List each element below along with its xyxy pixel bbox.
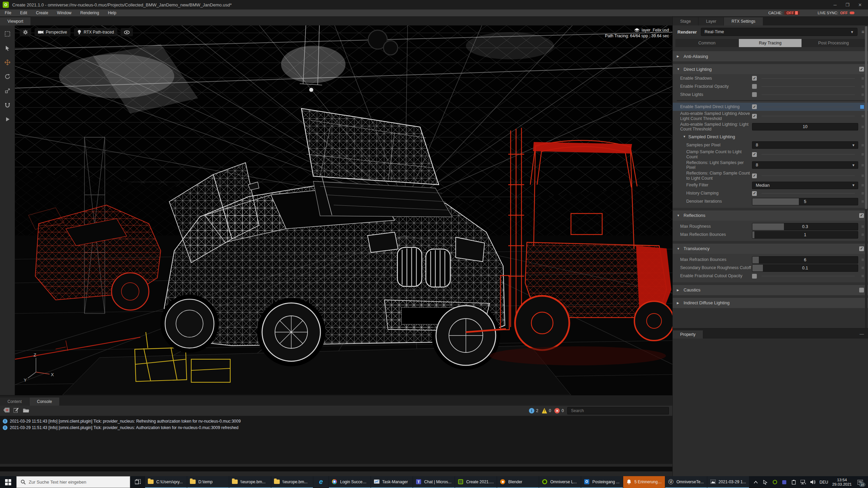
tab-rtx-settings[interactable]: RTX Settings: [724, 17, 763, 25]
notification-center-button[interactable]: 10: [856, 478, 865, 487]
viewport-settings-gear-icon[interactable]: [20, 28, 31, 36]
caustics-checkbox[interactable]: [859, 288, 864, 292]
play-button-icon[interactable]: [4, 116, 11, 123]
reset-dot[interactable]: [862, 153, 864, 156]
enable-fractional-cutout-checkbox[interactable]: [752, 274, 757, 279]
taskbar-search[interactable]: [16, 476, 130, 488]
panel-options-icon[interactable]: —: [860, 331, 868, 339]
taskbar-item-chrome[interactable]: Login Succes...: [329, 476, 371, 488]
reset-dot[interactable]: [862, 115, 864, 117]
reset-dot[interactable]: [862, 259, 864, 261]
section-anti-aliasing[interactable]: ▶ Anti-Aliasing: [673, 51, 868, 61]
tab-common[interactable]: Common: [675, 39, 739, 47]
taskbar-item-blender[interactable]: Blender: [497, 476, 539, 488]
reset-dot[interactable]: [862, 267, 864, 269]
task-view-button[interactable]: [130, 476, 145, 488]
tray-nvidia-icon[interactable]: [772, 480, 777, 485]
history-clamping-checkbox[interactable]: ✓: [752, 191, 757, 196]
reset-dot[interactable]: [862, 164, 864, 166]
taskbar-item-photo-viewer[interactable]: 2021-03-29 1...: [707, 476, 749, 488]
taskbar-item-internet-explorer[interactable]: e: [313, 476, 329, 488]
start-button[interactable]: [0, 476, 16, 488]
maximize-button[interactable]: ❐: [845, 2, 849, 7]
taskbar-item-teams[interactable]: T Chat | Micros...: [413, 476, 455, 488]
changed-indicator[interactable]: [860, 105, 864, 109]
taskbar-item-folder-temp[interactable]: D:\temp: [187, 476, 229, 488]
minimize-button[interactable]: ─: [833, 2, 836, 7]
reset-dot[interactable]: [862, 225, 864, 228]
tab-layer[interactable]: Layer: [698, 17, 724, 25]
enable-sampled-direct-checkbox[interactable]: ✓: [752, 104, 757, 109]
scale-tool-icon[interactable]: [4, 87, 11, 95]
direct-lighting-checkbox[interactable]: ✓: [859, 67, 864, 72]
volume-icon[interactable]: [810, 480, 815, 485]
reset-dot[interactable]: [862, 175, 864, 177]
open-log-folder-icon[interactable]: [23, 408, 29, 414]
tab-viewport[interactable]: Viewport: [0, 17, 31, 25]
section-indirect-diffuse[interactable]: ▶ Indirect Diffuse Lighting: [673, 298, 868, 308]
menu-window[interactable]: Window: [57, 11, 72, 15]
samples-per-pixel-dropdown[interactable]: 8 ▼: [752, 141, 858, 149]
language-indicator[interactable]: DEU: [820, 480, 828, 485]
reset-dot[interactable]: [862, 184, 864, 186]
console-scrollbar[interactable]: [0, 467, 672, 471]
taskbar-item-create[interactable]: Create 2021.1...: [455, 476, 497, 488]
info-count[interactable]: i 2: [529, 408, 538, 413]
tab-post-processing[interactable]: Post Processing: [802, 39, 865, 47]
tab-console[interactable]: Console: [29, 398, 60, 406]
section-direct-lighting[interactable]: ▼ Direct Lighting ✓: [673, 64, 868, 74]
renderer-dropdown[interactable]: Real-Time▼: [701, 28, 857, 36]
taskbar-item-reminder[interactable]: 5 Erinnerung(...: [623, 476, 665, 488]
clock[interactable]: 13:54 29.03.2021: [832, 478, 852, 487]
menu-rendering[interactable]: Rendering: [80, 11, 99, 15]
move-tool-icon[interactable]: [4, 59, 11, 66]
close-button[interactable]: ✕: [858, 2, 862, 7]
error-count[interactable]: ✕ 0: [554, 408, 564, 413]
reset-dot[interactable]: [862, 85, 864, 88]
section-reflections[interactable]: ▼ Reflections ✓: [673, 210, 868, 221]
reflections-samples-dropdown[interactable]: 8 ▼: [752, 161, 858, 169]
reset-dot[interactable]: [862, 126, 864, 128]
max-refraction-bounces-slider[interactable]: 6: [752, 256, 858, 264]
rotate-tool-icon[interactable]: [4, 73, 11, 80]
warning-count[interactable]: ! 0: [542, 408, 551, 413]
snap-tool-icon[interactable]: [4, 101, 11, 109]
taskbar-search-input[interactable]: [29, 480, 126, 485]
visibility-eye-icon[interactable]: [121, 28, 133, 36]
max-reflection-bounces-slider[interactable]: 1: [752, 231, 858, 239]
reset-dot[interactable]: [862, 192, 864, 195]
taskbar-item-folder-users[interactable]: C:\Users\qxy...: [145, 476, 187, 488]
secondary-bounce-roughness-slider[interactable]: 0.1: [752, 264, 858, 272]
settings-scrollbar[interactable]: [865, 25, 867, 328]
reset-dot[interactable]: [862, 233, 864, 236]
light-count-threshold-field[interactable]: 10: [752, 123, 858, 130]
section-translucency[interactable]: ▼ Translucency ✓: [673, 244, 868, 254]
live-sync-toggle[interactable]: OFF: [840, 11, 848, 15]
taskbar-item-folder-europe2[interactable]: \\europe.bm...: [271, 476, 313, 488]
reset-dot[interactable]: [862, 144, 864, 146]
denoiser-iterations-slider[interactable]: 5: [752, 198, 858, 205]
section-caustics[interactable]: ▶ Caustics: [673, 285, 868, 295]
tab-ray-tracing[interactable]: Ray Tracing: [739, 39, 802, 47]
console-log[interactable]: i 2021-03-29 11:51:43 [Info] [omni.clien…: [0, 416, 672, 464]
reset-dot[interactable]: [862, 200, 864, 203]
renderer-menu-icon[interactable]: ≡: [862, 29, 865, 35]
taskbar-item-task-manager[interactable]: Task-Manager: [371, 476, 413, 488]
taskbar-item-folder-europe1[interactable]: \\europe.bm...: [229, 476, 271, 488]
network-icon[interactable]: [801, 480, 806, 485]
subsection-sampled-direct-lighting[interactable]: Sampled Direct Lighting: [688, 134, 735, 139]
tray-cursor-icon[interactable]: [763, 480, 768, 485]
select-cursor-icon[interactable]: [4, 44, 11, 52]
reset-dot[interactable]: [862, 275, 864, 277]
tray-expand-chevron-icon[interactable]: [753, 480, 758, 485]
expand-arrow-icon[interactable]: ▼: [683, 135, 686, 138]
menu-edit[interactable]: Edit: [20, 11, 27, 15]
render-mode-dropdown[interactable]: RTX Path-traced: [74, 28, 117, 36]
reset-dot[interactable]: [862, 94, 864, 96]
show-lights-checkbox[interactable]: [752, 92, 757, 97]
auto-enable-above-checkbox[interactable]: ✓: [752, 114, 757, 119]
edit-log-icon[interactable]: [14, 408, 19, 414]
marquee-select-icon[interactable]: [4, 30, 11, 38]
reflections-clamp-checkbox[interactable]: ✓: [752, 174, 757, 178]
reflections-checkbox[interactable]: ✓: [859, 213, 864, 218]
